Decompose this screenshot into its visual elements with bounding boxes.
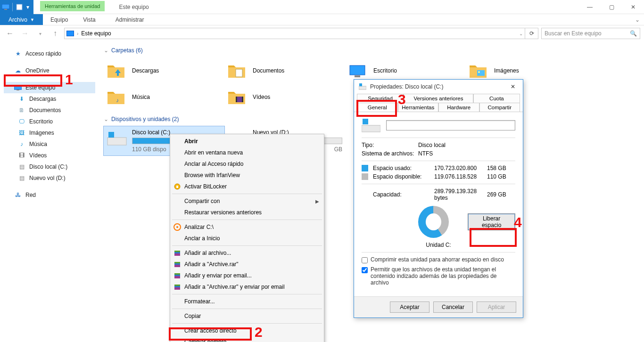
context-menu-item[interactable]: Añadir a "Archive.rar" y enviar por emai… — [170, 281, 324, 293]
context-menu-label: Añadir y enviar por email... — [184, 272, 252, 279]
file-tab[interactable]: Archivo▼ — [0, 14, 43, 25]
tab-equipo[interactable]: Equipo — [43, 14, 75, 25]
context-menu-item[interactable]: Anclar a Inicio — [170, 233, 324, 244]
context-menu-item[interactable]: Analizar C:\ — [170, 221, 324, 233]
tab-seguridad[interactable]: Seguridad — [357, 94, 404, 103]
sidebar-thispc[interactable]: Este equipo — [4, 82, 95, 93]
back-button[interactable]: ← — [4, 27, 16, 40]
index-checkbox[interactable] — [362, 267, 368, 273]
quick-access-toolbar: ▾ — [0, 0, 33, 14]
folder-label: Escritorio — [373, 67, 397, 74]
compress-checkbox[interactable] — [362, 257, 368, 263]
tab-cuota[interactable]: Cuota — [473, 94, 520, 103]
context-menu-item[interactable]: Abrir en ventana nueva — [170, 147, 324, 158]
sidebar-quick-access[interactable]: ★Acceso rápido — [4, 48, 95, 59]
sidebar-item-escritorio[interactable]: 🖵Escritorio — [4, 116, 95, 127]
context-menu-item[interactable]: Anclar al Acceso rápido — [170, 158, 324, 170]
sidebar-item-videos[interactable]: 🎞Vídeos — [4, 150, 95, 161]
ok-button[interactable]: Aceptar — [390, 301, 429, 313]
minimize-button[interactable]: — — [579, 0, 601, 14]
recent-locations-button[interactable]: ▾ — [34, 27, 46, 40]
folders-header[interactable]: ⌄Carpetas (6) — [104, 47, 639, 54]
folder-descargas[interactable]: Descargas — [104, 57, 224, 84]
svg-point-20 — [176, 226, 178, 228]
folder-videos[interactable]: Vídeos — [224, 84, 345, 110]
svg-rect-14 — [107, 138, 126, 145]
forward-button[interactable]: → — [19, 27, 31, 40]
maximize-button[interactable]: ▢ — [601, 0, 622, 14]
breadcrumb[interactable]: Este equipo — [81, 30, 111, 37]
expand-ribbon-icon[interactable]: ⌄ — [631, 14, 644, 25]
newfolder-qat-icon[interactable]: ▾ — [24, 3, 32, 11]
cloud-icon: ☁ — [14, 67, 22, 74]
tab-administrar[interactable]: Administrar — [108, 14, 152, 25]
sidebar-onedrive[interactable]: ☁OneDrive — [4, 65, 95, 76]
sidebar-network[interactable]: 🖧Red — [4, 189, 95, 201]
monitor-icon — [14, 84, 22, 91]
up-button[interactable]: ↑ — [49, 27, 61, 40]
context-menu-label: Añadir a "Archive.rar" y enviar por emai… — [184, 284, 285, 290]
context-menu-item[interactable]: Crear acceso directo — [170, 325, 324, 336]
navigation-pane: ★Acceso rápido ☁OneDrive Este equipo ⬇De… — [0, 41, 99, 342]
sidebar-item-disk-d[interactable]: ▤Nuevo vol (D:) — [4, 172, 95, 184]
search-input[interactable]: Buscar en Este equipo 🔍 — [541, 28, 640, 39]
history-dropdown-icon[interactable]: ⌄ — [519, 31, 523, 36]
context-menu-item[interactable]: Cambiar nombre — [170, 336, 324, 342]
close-button[interactable]: ✕ — [622, 0, 644, 14]
address-bar[interactable]: › Este equipo ⌄ — [64, 28, 525, 39]
folder-icon: ♪ — [107, 89, 125, 105]
folder-documentos[interactable]: Documentos — [224, 57, 345, 84]
tab-herramientas[interactable]: Herramientas — [398, 103, 439, 112]
compress-checkbox-row[interactable]: Comprimir esta unidad para ahorrar espac… — [362, 256, 515, 263]
properties-qat-icon[interactable] — [16, 3, 23, 11]
sidebar-item-musica[interactable]: ♪Música — [4, 138, 95, 150]
tab-general[interactable]: General — [357, 103, 398, 112]
context-menu-item[interactable]: Añadir y enviar por email... — [170, 270, 324, 281]
index-checkbox-row[interactable]: Permitir que los archivos de esta unidad… — [362, 266, 515, 286]
cancel-button[interactable]: Cancelar — [433, 301, 473, 313]
apply-button[interactable]: Aplicar — [477, 301, 516, 313]
context-menu-item[interactable]: Activar BitLocker — [170, 181, 324, 192]
context-menu-label: Activar BitLocker — [184, 183, 227, 190]
context-menu-item[interactable]: Añadir a "Archive.rar" — [170, 259, 324, 270]
svg-point-9 — [478, 71, 480, 73]
svg-rect-6 — [350, 65, 365, 75]
svg-rect-18 — [176, 186, 178, 188]
svg-rect-25 — [174, 262, 180, 263]
tab-compartir[interactable]: Compartir — [479, 103, 520, 112]
svg-rect-7 — [355, 75, 360, 77]
free-space-button[interactable]: Liberar espacio — [468, 213, 515, 230]
drive-icon: ▤ — [18, 163, 25, 171]
context-menu-item[interactable]: Añadir al archivo... — [170, 247, 324, 259]
sidebar-item-documentos[interactable]: 🗎Documentos — [4, 105, 95, 116]
chevron-down-icon: ⌄ — [104, 116, 108, 122]
video-icon: 🎞 — [18, 152, 25, 159]
folder-musica[interactable]: ♪ Música — [104, 84, 224, 110]
tab-versiones[interactable]: Versiones anteriores — [404, 94, 473, 103]
capacity-bytes: 289.799.139.328 bytes — [434, 188, 482, 201]
close-dialog-button[interactable]: ✕ — [508, 81, 518, 92]
tab-vista[interactable]: Vista — [75, 14, 103, 25]
drive-name-input[interactable] — [386, 120, 515, 130]
context-menu-item[interactable]: Formatear... — [170, 296, 324, 307]
tab-hardware[interactable]: Hardware — [438, 103, 479, 112]
context-menu-item[interactable]: Restaurar versiones anteriores — [170, 207, 324, 218]
context-menu-item[interactable]: Compartir con▶ — [170, 195, 324, 207]
sidebar-item-descargas[interactable]: ⬇Descargas — [4, 93, 95, 105]
refresh-button[interactable]: ⟳ — [525, 28, 538, 39]
context-menu-item[interactable]: Browse with IrfanView — [170, 170, 324, 181]
submenu-arrow-icon: ▶ — [315, 199, 319, 204]
context-menu-item[interactable]: Copiar — [170, 310, 324, 322]
used-swatch — [362, 165, 368, 171]
drive-icon — [107, 129, 127, 147]
avast-icon — [173, 223, 182, 231]
context-menu-item[interactable]: Abrir — [170, 136, 324, 147]
folder-label: Música — [132, 94, 150, 100]
free-swatch — [362, 173, 368, 180]
sidebar-item-disk-c[interactable]: ▤Disco local (C:) — [4, 161, 95, 172]
svg-rect-35 — [362, 125, 380, 132]
context-menu-label: Anclar a Inicio — [184, 235, 220, 242]
folder-icon — [107, 63, 125, 79]
svg-rect-23 — [174, 252, 180, 253]
sidebar-item-imagenes[interactable]: 🖼Imágenes — [4, 127, 95, 138]
